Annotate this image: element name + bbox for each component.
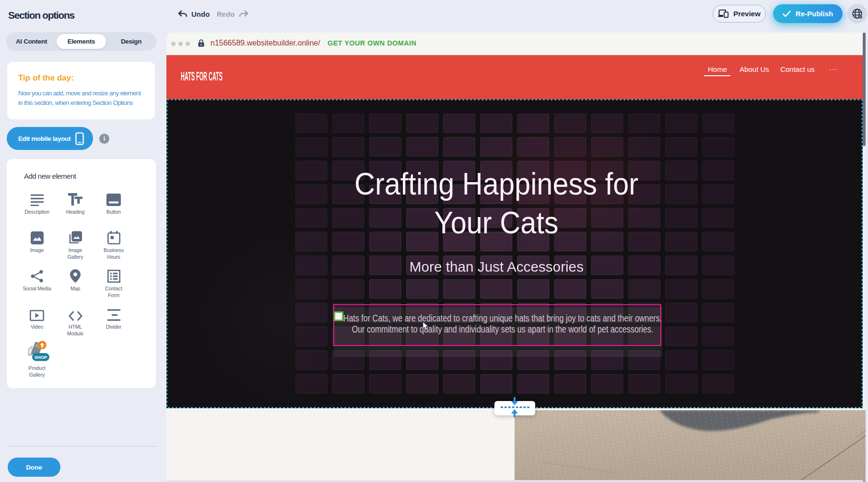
svg-text:SHOP: SHOP (35, 355, 48, 360)
